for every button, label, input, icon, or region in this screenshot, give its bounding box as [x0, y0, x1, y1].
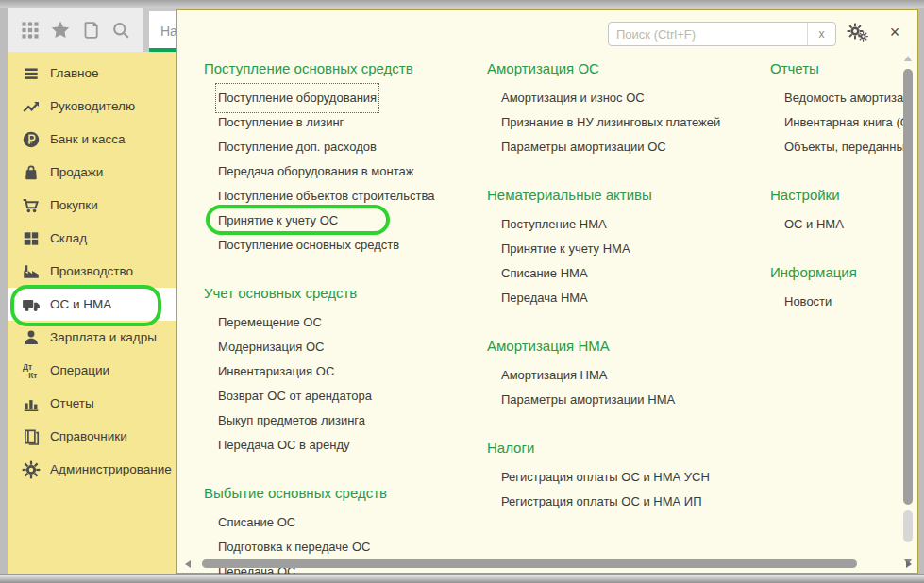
- menu-link-wrap: Параметры амортизации НМА: [501, 388, 675, 412]
- sidebar-item-label: Банк и касса: [50, 132, 126, 146]
- menu-link-wrap: ОС и НМА: [784, 212, 844, 237]
- vertical-scrollbar-thumb[interactable]: [903, 69, 913, 505]
- menu-link[interactable]: Регистрация оплаты ОС и НМА ИП: [487, 490, 763, 514]
- menu-link[interactable]: Подготовка к передаче ОС: [204, 535, 479, 559]
- menu-section: Амортизация НМААмортизация НМАПараметры …: [487, 337, 763, 412]
- sidebar-item-label: Производство: [50, 264, 133, 278]
- menu-link[interactable]: Принятие к учету ОС: [204, 208, 479, 233]
- menu-link-label: Регистрация оплаты ОС и НМА УСН: [501, 465, 710, 490]
- sidebar-item-spravochniki[interactable]: Справочники: [8, 420, 176, 453]
- sidebar-item-prodazhi[interactable]: Продажи: [8, 156, 176, 189]
- horizontal-scrollbar[interactable]: [183, 559, 899, 569]
- apps-grid-icon[interactable]: [20, 20, 41, 41]
- sidebar-item-proizvodstvo[interactable]: Производство: [8, 255, 176, 288]
- favorites-star-icon[interactable]: [50, 20, 71, 41]
- sidebar-item-sklad[interactable]: Склад: [8, 222, 176, 255]
- menu-link[interactable]: Списание ОС: [204, 510, 479, 535]
- menu-link[interactable]: Поступление оборудования: [204, 86, 479, 110]
- menu-link[interactable]: Поступление доп. расходов: [204, 135, 479, 159]
- menu-link[interactable]: Списание НМА: [487, 261, 763, 286]
- window-top-edge: [0, 0, 924, 8]
- section-title: Амортизация ОС: [487, 59, 763, 78]
- scroll-up-arrow-icon[interactable]: [904, 56, 912, 61]
- menu-link[interactable]: Инвентарная книга (О: [770, 110, 908, 135]
- person-icon: [22, 328, 41, 347]
- menu-column-1: Поступление основных средствПоступление …: [204, 59, 479, 583]
- menu-link[interactable]: Поступление основных средств: [204, 233, 479, 258]
- search-input[interactable]: [614, 24, 801, 44]
- sidebar-item-zarplata-i-kadry[interactable]: Зарплата и кадры: [8, 321, 176, 354]
- menu-link[interactable]: Параметры амортизации НМА: [487, 388, 763, 412]
- menu-link[interactable]: Инвентаризация ОС: [204, 359, 479, 384]
- menu-link[interactable]: Регистрация оплаты ОС и НМА УСН: [487, 465, 763, 490]
- search-clear-button[interactable]: x: [807, 23, 835, 45]
- sidebar-item-label: Главное: [50, 66, 99, 80]
- menu-section: НалогиРегистрация оплаты ОС и НМА УСНРег…: [487, 439, 763, 514]
- menu-link[interactable]: Поступление в лизинг: [204, 110, 479, 135]
- menu-link-wrap: Регистрация оплаты ОС и НМА УСН: [501, 465, 710, 490]
- sidebar-item-label: Склад: [50, 231, 87, 245]
- menu-link-label: Передача НМА: [501, 286, 588, 310]
- menu-link-label: Объекты, переданны: [784, 135, 905, 159]
- settings-gear-icon[interactable]: [846, 23, 870, 45]
- sidebar-item-bank-i-kassa[interactable]: Банк и касса: [8, 123, 176, 156]
- boxes-icon: [22, 229, 41, 248]
- menu-link-label: Регистрация оплаты ОС и НМА ИП: [501, 490, 702, 514]
- menu-link[interactable]: Выкуп предметов лизинга: [204, 408, 479, 433]
- menu-link[interactable]: Ведомость амортиза: [770, 86, 908, 110]
- menu-link[interactable]: Новости: [770, 290, 908, 314]
- sidebar-item-operacii[interactable]: ДтКтОперации: [8, 354, 176, 387]
- factory-icon: [22, 262, 41, 281]
- sidebar-item-administrirovanie[interactable]: Администрирование: [8, 453, 176, 486]
- menu-link[interactable]: Поступление НМА: [487, 212, 763, 237]
- menu-link[interactable]: Признание в НУ лизинговых платежей: [487, 110, 763, 135]
- menu-link-label: Поступление оборудования: [218, 86, 377, 110]
- sidebar-item-otchety[interactable]: Отчеты: [8, 387, 176, 420]
- sidebar-item-glavnoe[interactable]: Главное: [8, 57, 176, 90]
- menu-link[interactable]: Передача ОС в аренду: [204, 433, 479, 458]
- sidebar-item-pokupki[interactable]: Покупки: [8, 189, 176, 222]
- scroll-left-arrow-icon[interactable]: [185, 560, 191, 568]
- vertical-scrollbar-secondary[interactable]: [903, 510, 913, 542]
- menu-link[interactable]: Объекты, переданны: [770, 135, 908, 159]
- menu-link[interactable]: Перемещение ОС: [204, 310, 479, 335]
- menu-link-label: Возврат ОС от арендатора: [218, 384, 372, 408]
- menu-link-wrap: Передача ОС в аренду: [218, 433, 349, 458]
- menu-link[interactable]: Модернизация ОС: [204, 335, 479, 359]
- sidebar-item-label: Отчеты: [50, 396, 94, 410]
- menu-link[interactable]: Параметры амортизации ОС: [487, 135, 763, 159]
- menu-link[interactable]: Возврат ОС от арендатора: [204, 384, 479, 408]
- menu-link[interactable]: Передача НМА: [487, 286, 763, 310]
- menu-link-label: Списание НМА: [501, 261, 588, 286]
- menu-link-wrap: Инвентарная книга (О: [784, 110, 908, 135]
- sidebar-item-os-i-nma[interactable]: ОС и НМА: [8, 288, 176, 321]
- menu-link-label: Выкуп предметов лизинга: [218, 408, 365, 433]
- menu-link[interactable]: Принятие к учету НМА: [487, 237, 763, 261]
- close-icon[interactable]: ×: [883, 21, 906, 43]
- sidebar-item-rukovoditelyu[interactable]: Руководителю: [8, 90, 176, 123]
- menu-link[interactable]: Амортизация НМА: [487, 363, 763, 388]
- menu-link-wrap: Принятие к учету НМА: [501, 237, 630, 261]
- menu-link[interactable]: Поступление объектов строительства: [204, 184, 479, 208]
- scroll-right-arrow-icon[interactable]: [906, 560, 912, 568]
- menu-link[interactable]: ОС и НМА: [770, 212, 908, 237]
- window-frame: Нач ГлавноеРуководителюБанк и кассаПрода…: [0, 0, 924, 583]
- menu-link-wrap: Передача НМА: [501, 286, 588, 310]
- vertical-scrollbar[interactable]: [902, 56, 914, 565]
- menu-link[interactable]: Амортизация и износ ОС: [487, 86, 763, 110]
- sidebar-item-label: Администрирование: [50, 462, 172, 476]
- menu-link-label: Ведомость амортиза: [784, 86, 903, 110]
- menu-section: ИнформацияНовости: [770, 263, 908, 314]
- menu-section: ОтчетыВедомость амортизаИнвентарная книг…: [770, 59, 908, 159]
- sidebar-item-label: Зарплата и кадры: [50, 330, 157, 344]
- horizontal-scrollbar-thumb[interactable]: [202, 559, 857, 568]
- menu-link-label: Поступление НМА: [501, 212, 607, 237]
- menu-link-wrap: Передача оборудования в монтаж: [218, 159, 413, 184]
- quick-access-toolbar: [8, 8, 143, 52]
- menu-link[interactable]: Передача оборудования в монтаж: [204, 159, 479, 184]
- global-search-icon[interactable]: [110, 20, 131, 41]
- menu-link-wrap: Перемещение ОС: [218, 310, 322, 335]
- books-icon: [22, 427, 41, 446]
- history-icon[interactable]: [80, 20, 101, 41]
- section-title: Информация: [770, 263, 908, 282]
